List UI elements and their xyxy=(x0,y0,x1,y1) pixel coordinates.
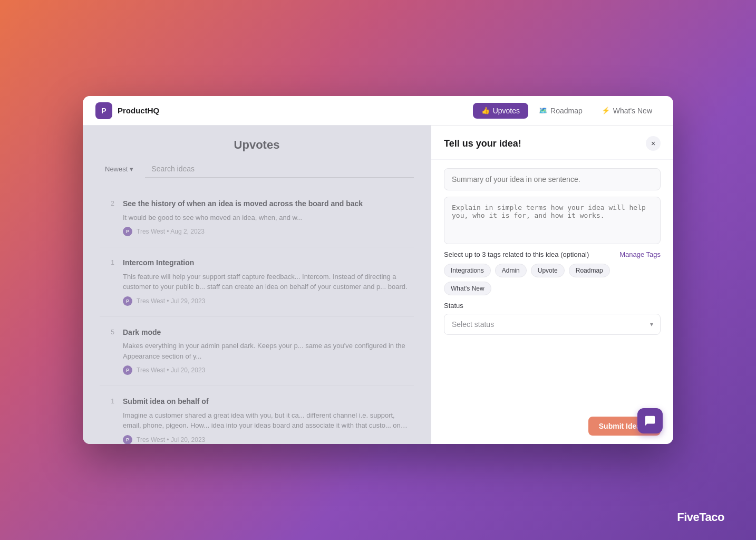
idea-title: Intercom Integration xyxy=(123,258,414,268)
tags-label: Select up to 3 tags related to this idea… xyxy=(444,250,589,258)
list-item: 1 Submit idea on behalf of Imagine a cus… xyxy=(100,386,414,444)
left-panel: Upvotes Newest ▾ 2 See the history of wh… xyxy=(83,126,431,444)
modal-title: Tell us your idea! xyxy=(444,138,521,149)
meta-author-date: Tres West • Jul 20, 2023 xyxy=(137,367,205,374)
modal-panel: Tell us your idea! × Select up to 3 tags… xyxy=(431,126,673,444)
avatar: P xyxy=(123,227,132,236)
tag-roadmap[interactable]: Roadmap xyxy=(569,264,610,277)
tags-list: Integrations Admin Upvote Roadmap What's… xyxy=(444,264,661,295)
tags-header: Select up to 3 tags related to this idea… xyxy=(444,250,661,258)
toolbar: Newest ▾ xyxy=(100,160,414,178)
status-section: Status Select status Under Review Planne… xyxy=(444,302,661,335)
idea-meta: P Tres West • Jul 20, 2023 xyxy=(123,365,414,375)
search-input[interactable] xyxy=(145,160,414,178)
idea-title: See the history of when an idea is moved… xyxy=(123,199,414,209)
idea-content: Dark mode Makes everything in your admin… xyxy=(123,327,414,375)
idea-list: 2 See the history of when an idea is mov… xyxy=(100,188,414,444)
manage-tags-link[interactable]: Manage Tags xyxy=(619,250,661,258)
tab-whats-new[interactable]: ⚡ What's New xyxy=(593,103,661,119)
idea-description: Imagine a customer shared a great idea w… xyxy=(123,410,414,431)
close-button[interactable]: × xyxy=(646,136,661,151)
app-header: P ProductHQ 👍 Upvotes 🗺️ Roadmap ⚡ What'… xyxy=(83,96,673,126)
upvotes-icon: 👍 xyxy=(481,107,490,114)
avatar: P xyxy=(123,296,132,306)
vote-count: 1 xyxy=(100,397,114,405)
list-item: 1 Intercom Integration This feature will… xyxy=(100,247,414,317)
modal-header: Tell us your idea! × xyxy=(431,126,673,160)
page-title: Upvotes xyxy=(100,138,414,152)
idea-meta: P Tres West • Aug 2, 2023 xyxy=(123,227,414,236)
status-select-wrapper: Select status Under Review Planned In Pr… xyxy=(444,314,661,335)
meta-author-date: Tres West • Jul 29, 2023 xyxy=(137,297,205,305)
idea-content: Intercom Integration This feature will h… xyxy=(123,258,414,306)
list-item: 5 Dark mode Makes everything in your adm… xyxy=(100,317,414,387)
list-item: 2 See the history of when an idea is mov… xyxy=(100,188,414,247)
tab-roadmap[interactable]: 🗺️ Roadmap xyxy=(530,103,591,119)
tab-upvotes[interactable]: 👍 Upvotes xyxy=(473,103,528,119)
fivetaco-brand: FiveTaco xyxy=(677,510,724,524)
meta-author-date: Tres West • Jul 20, 2023 xyxy=(137,436,205,443)
close-icon: × xyxy=(651,139,655,148)
roadmap-icon: 🗺️ xyxy=(539,107,547,114)
idea-description: Makes everything in your admin panel dar… xyxy=(123,341,414,361)
idea-content: Submit idea on behalf of Imagine a custo… xyxy=(123,397,414,444)
avatar: P xyxy=(123,435,132,444)
chevron-down-icon: ▾ xyxy=(130,165,133,173)
idea-title: Dark mode xyxy=(123,327,414,338)
tag-whats-new[interactable]: What's New xyxy=(444,282,491,295)
main-content: Upvotes Newest ▾ 2 See the history of wh… xyxy=(83,126,673,444)
sort-dropdown[interactable]: Newest ▾ xyxy=(100,162,139,176)
vote-count: 5 xyxy=(100,327,114,336)
idea-description-input[interactable] xyxy=(444,197,661,244)
idea-summary-input[interactable] xyxy=(444,168,661,190)
idea-description: It would be good to see who moved an ide… xyxy=(123,213,414,223)
tag-integrations[interactable]: Integrations xyxy=(444,264,491,277)
nav-tabs: 👍 Upvotes 🗺️ Roadmap ⚡ What's New xyxy=(473,103,661,119)
status-label: Status xyxy=(444,302,661,310)
tag-upvote[interactable]: Upvote xyxy=(531,264,565,277)
modal-body: Select up to 3 tags related to this idea… xyxy=(431,160,673,408)
idea-content: See the history of when an idea is moved… xyxy=(123,199,414,236)
chat-button[interactable] xyxy=(637,408,663,433)
idea-title: Submit idea on behalf of xyxy=(123,397,414,407)
idea-description: This feature will help your support staf… xyxy=(123,272,414,292)
idea-meta: P Tres West • Jul 20, 2023 xyxy=(123,435,414,444)
chat-icon xyxy=(644,415,656,427)
brand: P ProductHQ xyxy=(95,102,159,119)
vote-count: 2 xyxy=(100,199,114,207)
meta-author-date: Tres West • Aug 2, 2023 xyxy=(137,228,205,235)
tag-admin[interactable]: Admin xyxy=(495,264,527,277)
tags-section: Select up to 3 tags related to this idea… xyxy=(444,250,661,295)
brand-name: ProductHQ xyxy=(118,106,159,115)
vote-count: 1 xyxy=(100,258,114,266)
app-window: P ProductHQ 👍 Upvotes 🗺️ Roadmap ⚡ What'… xyxy=(83,96,673,444)
avatar: P xyxy=(123,365,132,375)
idea-meta: P Tres West • Jul 29, 2023 xyxy=(123,296,414,306)
lightning-icon: ⚡ xyxy=(602,107,610,114)
brand-logo: P xyxy=(95,102,112,119)
status-select[interactable]: Select status Under Review Planned In Pr… xyxy=(444,314,661,335)
